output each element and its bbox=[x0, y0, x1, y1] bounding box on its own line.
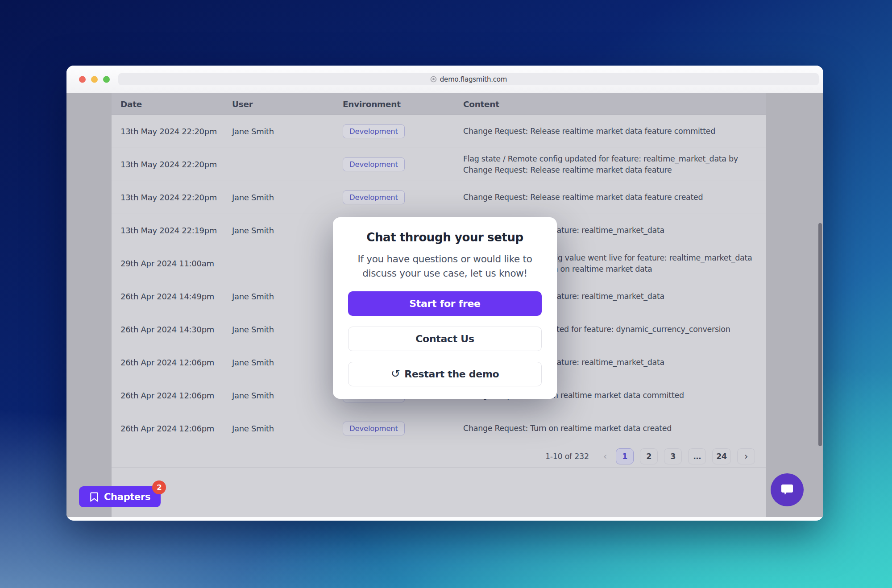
column-header-content: Content bbox=[463, 99, 766, 109]
restart-demo-button[interactable]: ↺ Restart the demo bbox=[348, 362, 542, 386]
row-content: Flag state / Remote config updated for f… bbox=[463, 153, 766, 176]
row-content: Change Request: Release realtime market … bbox=[463, 126, 766, 137]
row-date: 13th May 2024 22:20pm bbox=[120, 193, 232, 202]
row-date: 29th Apr 2024 11:00am bbox=[120, 259, 232, 268]
window-controls bbox=[79, 76, 110, 83]
desktop-background: { "browser": { "url": "demo.flagsmith.co… bbox=[0, 0, 892, 588]
chat-bubble-icon bbox=[778, 481, 796, 499]
scrollbar-thumb[interactable] bbox=[818, 223, 822, 446]
previous-page-icon[interactable]: ‹ bbox=[601, 451, 610, 462]
row-content: Change Request: Release realtime market … bbox=[463, 192, 766, 203]
next-page-button[interactable]: › bbox=[737, 448, 755, 464]
environment-badge[interactable]: Development bbox=[343, 422, 405, 435]
pagination-summary: 1-10 of 232 bbox=[545, 452, 589, 461]
page-buttons: 123…24 bbox=[616, 448, 731, 464]
row-date: 26th Apr 2024 12:06pm bbox=[120, 358, 232, 367]
restart-icon: ↺ bbox=[391, 368, 400, 379]
contact-us-button[interactable]: Contact Us bbox=[348, 327, 542, 351]
row-date: 26th Apr 2024 12:06pm bbox=[120, 391, 232, 400]
modal-body-text: If you have questions or would like to d… bbox=[348, 252, 542, 281]
chapters-button[interactable]: Chapters 2 bbox=[79, 486, 161, 507]
bookmark-icon bbox=[89, 492, 99, 502]
pagination-bar: 1-10 of 232 ‹ 123…24 › bbox=[112, 445, 766, 468]
column-header-date: Date bbox=[120, 99, 232, 109]
audit-table-header: Date User Environment Content bbox=[112, 93, 766, 115]
row-environment: Development bbox=[343, 190, 463, 204]
table-row[interactable]: 13th May 2024 22:20pmJane SmithDevelopme… bbox=[112, 115, 766, 148]
page-button-1[interactable]: 1 bbox=[616, 448, 634, 464]
browser-chrome: demo.flagsmith.com bbox=[66, 66, 823, 93]
browser-window: demo.flagsmith.com Date User Environment… bbox=[66, 66, 823, 521]
row-date: 13th May 2024 22:20pm bbox=[120, 160, 232, 169]
table-row[interactable]: 13th May 2024 22:20pmDevelopmentFlag sta… bbox=[112, 148, 766, 181]
table-row[interactable]: 13th May 2024 22:20pmJane SmithDevelopme… bbox=[112, 181, 766, 214]
row-user: Jane Smith bbox=[232, 424, 343, 433]
page-viewport: Date User Environment Content 13th May 2… bbox=[66, 93, 823, 517]
table-row[interactable]: 26th Apr 2024 12:06pmJane SmithDevelopme… bbox=[112, 412, 766, 445]
row-date: 26th Apr 2024 14:30pm bbox=[120, 325, 232, 334]
environment-badge[interactable]: Development bbox=[343, 190, 405, 204]
address-bar[interactable]: demo.flagsmith.com bbox=[118, 73, 819, 85]
chapters-label: Chapters bbox=[104, 492, 150, 502]
row-user: Jane Smith bbox=[232, 127, 343, 136]
row-user: Jane Smith bbox=[232, 358, 343, 367]
row-environment: Development bbox=[343, 124, 463, 138]
column-header-environment: Environment bbox=[343, 99, 463, 109]
row-user: Jane Smith bbox=[232, 193, 343, 202]
start-for-free-button[interactable]: Start for free bbox=[348, 291, 542, 316]
row-user: Jane Smith bbox=[232, 226, 343, 235]
page-button-2[interactable]: 2 bbox=[640, 448, 658, 464]
page-button-3[interactable]: 3 bbox=[664, 448, 682, 464]
row-date: 13th May 2024 22:20pm bbox=[120, 127, 232, 136]
close-window-button[interactable] bbox=[79, 76, 86, 83]
maximize-window-button[interactable] bbox=[103, 76, 110, 83]
environment-badge[interactable]: Development bbox=[343, 157, 405, 171]
column-header-user: User bbox=[232, 99, 343, 109]
row-environment: Development bbox=[343, 422, 463, 435]
modal-title: Chat through your setup bbox=[348, 231, 542, 244]
page-button-24[interactable]: 24 bbox=[712, 448, 731, 464]
page-ellipsis[interactable]: … bbox=[688, 448, 706, 464]
chat-setup-modal: Chat through your setup If you have ques… bbox=[333, 217, 557, 399]
row-user: Jane Smith bbox=[232, 391, 343, 400]
row-date: 26th Apr 2024 14:49pm bbox=[120, 292, 232, 301]
restart-demo-label: Restart the demo bbox=[404, 369, 499, 380]
row-user: Jane Smith bbox=[232, 292, 343, 301]
row-date: 13th May 2024 22:19pm bbox=[120, 226, 232, 235]
row-environment: Development bbox=[343, 157, 463, 171]
chat-widget-button[interactable] bbox=[771, 473, 804, 506]
environment-badge[interactable]: Development bbox=[343, 124, 405, 138]
row-user: Jane Smith bbox=[232, 325, 343, 334]
minimize-window-button[interactable] bbox=[91, 76, 98, 83]
url-text: demo.flagsmith.com bbox=[440, 75, 507, 83]
row-date: 26th Apr 2024 12:06pm bbox=[120, 424, 232, 433]
site-info-icon bbox=[430, 76, 437, 83]
row-content: Change Request: Turn on realtime market … bbox=[463, 423, 766, 434]
